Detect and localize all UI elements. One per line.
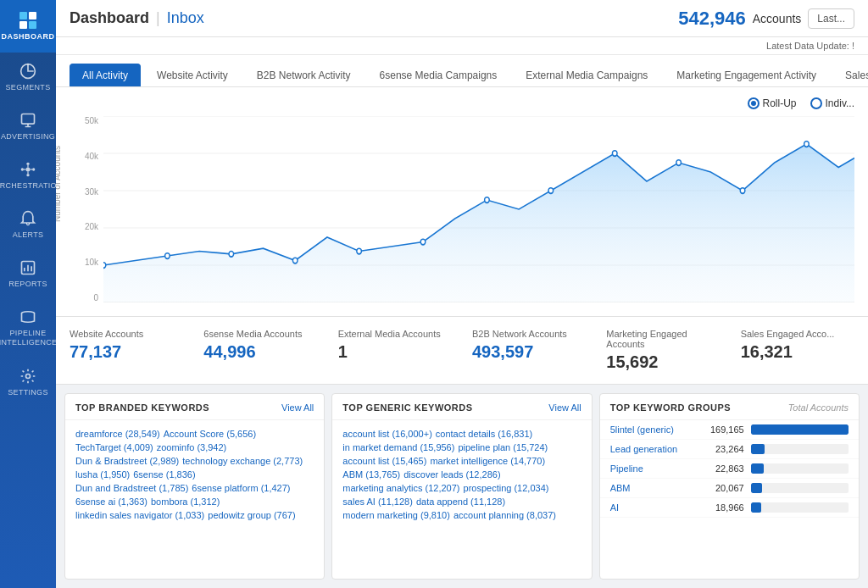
sidebar-item-reports[interactable]: REPORTS: [0, 249, 56, 298]
segments-icon: [19, 63, 36, 80]
svg-point-33: [804, 141, 810, 147]
keyword-groups-panel: TOP KEYWORD GROUPS Total Accounts 5linte…: [599, 393, 860, 580]
tab-all-activity[interactable]: All Activity: [70, 64, 141, 86]
stat-b2b-value: 493,597: [472, 342, 586, 362]
header: Dashboard | Inbox 542,946 Accounts Last.…: [56, 0, 868, 37]
generic-keyword-tag[interactable]: prospecting (12,034): [464, 483, 549, 493]
generic-keyword-tag[interactable]: modern marketing (9,810): [342, 510, 450, 520]
sidebar-reports-label: REPORTS: [8, 280, 47, 288]
tab-b2b-network[interactable]: B2B Network Activity: [244, 64, 364, 86]
keyword-group-name[interactable]: ABM: [610, 483, 695, 493]
keyword-group-row: 5lintel (generic) 169,165: [600, 420, 859, 440]
keyword-groups-title: TOP KEYWORD GROUPS: [610, 402, 731, 413]
keyword-group-row: AI 18,966: [600, 498, 859, 518]
y-label-30k: 30k: [73, 187, 98, 197]
stat-website-value: 77,137: [70, 342, 183, 362]
keyword-group-bar: [751, 502, 762, 513]
generic-keyword-tag[interactable]: account list (15,465): [342, 456, 426, 466]
branded-keyword-tag[interactable]: pedowitz group (767): [208, 510, 295, 520]
header-separator: |: [156, 9, 160, 27]
branded-keywords-panel: TOP BRANDED KEYWORDS View All dreamforce…: [64, 393, 325, 580]
generic-keywords-view-all[interactable]: View All: [548, 402, 581, 413]
keyword-group-name[interactable]: AI: [610, 502, 695, 513]
sidebar-logo[interactable]: DASHBOARD: [0, 0, 56, 53]
individual-radio[interactable]: Indiv...: [810, 97, 854, 109]
sidebar-advertising-label: ADVERTISING: [1, 132, 55, 141]
sidebar-item-advertising[interactable]: ADVERTISING: [0, 102, 56, 151]
branded-keyword-tag[interactable]: Account Score (5,656): [164, 429, 256, 439]
logo-icon: [19, 12, 36, 29]
svg-point-22: [103, 263, 106, 269]
svg-point-26: [357, 248, 362, 254]
branded-keyword-tag[interactable]: 6sense platform (1,427): [192, 483, 290, 493]
keyword-group-bar-container: [751, 424, 849, 435]
svg-point-31: [676, 160, 682, 166]
branded-keyword-tag[interactable]: zoominfo (3,942): [157, 442, 227, 452]
sidebar-item-settings[interactable]: SETTINGS: [0, 358, 56, 407]
generic-keyword-tag[interactable]: pipeline plan (15,724): [458, 442, 548, 452]
branded-keyword-tag[interactable]: bombora (1,312): [151, 496, 220, 507]
sidebar-orchestration-label: ORCHESTRATION: [0, 181, 63, 190]
stat-sales-accounts: Sales Engaged Acco... 16,321: [741, 329, 854, 372]
branded-keyword-tag[interactable]: 6sense ai (1,363): [75, 496, 147, 507]
svg-point-28: [485, 197, 490, 203]
sidebar: DASHBOARD SEGMENTS ADVERTISING ORCHESTRA…: [0, 0, 56, 588]
generic-keyword-tag[interactable]: in market demand (15,956): [342, 442, 454, 452]
tab-website-activity[interactable]: Website Activity: [144, 64, 241, 86]
keyword-group-count: 22,863: [702, 463, 744, 474]
tab-sales-engagement[interactable]: Sales Engagement Activi...: [832, 64, 868, 86]
generic-keyword-tag[interactable]: discover leads (12,286): [403, 469, 500, 480]
generic-keyword-tag[interactable]: sales AI (11,128): [342, 496, 413, 507]
generic-keywords-body: account list (16,000+)contact details (1…: [332, 420, 591, 579]
generic-keyword-tag[interactable]: data append (11,128): [416, 496, 505, 507]
branded-keyword-tag[interactable]: dreamforce (28,549): [75, 429, 160, 439]
sidebar-item-orchestration[interactable]: ORCHESTRATION: [0, 151, 56, 200]
keyword-group-name[interactable]: Pipeline: [610, 463, 695, 474]
individual-radio-indicator: [810, 97, 822, 109]
svg-point-32: [740, 188, 745, 194]
keyword-group-count: 23,264: [702, 444, 744, 454]
accounts-button[interactable]: Last...: [808, 8, 854, 29]
tab-marketing-engagement[interactable]: Marketing Engagement Activity: [664, 64, 829, 86]
header-right: 542,946 Accounts Last...: [678, 8, 854, 30]
header-inbox: Inbox: [167, 9, 204, 27]
rollup-radio[interactable]: Roll-Up: [748, 97, 797, 109]
keyword-group-bar: [751, 483, 763, 493]
keyword-group-bar-container: [751, 444, 849, 454]
keyword-group-bar-container: [751, 502, 849, 513]
stat-sales-label: Sales Engaged Acco...: [741, 329, 854, 339]
branded-keyword-tag[interactable]: linkedin sales navigator (1,033): [75, 510, 204, 520]
generic-keyword-tag[interactable]: marketing analytics (12,207): [342, 483, 459, 493]
chart-svg: Mon Aug 22 Mon Aug 29 Mon Sep 5 Mon Sep …: [103, 116, 854, 302]
keyword-group-bar: [751, 463, 764, 474]
chart-section: Roll-Up Indiv... Number of Accounts 50k …: [56, 87, 868, 317]
keyword-group-name[interactable]: 5lintel (generic): [610, 424, 695, 435]
generic-keyword-tag[interactable]: contact details (16,831): [436, 429, 532, 439]
stat-external-label: External Media Accounts: [338, 329, 452, 339]
branded-keyword-tag[interactable]: TechTarget (4,009): [75, 442, 153, 452]
total-accounts-header: Total Accounts: [788, 402, 849, 413]
generic-keyword-tag[interactable]: market intelligence (14,770): [430, 456, 545, 466]
stat-6sense-accounts: 6sense Media Accounts 44,996: [203, 329, 317, 372]
sidebar-item-pipeline[interactable]: PIPELINE INTELLIGENCE: [0, 298, 56, 358]
branded-keyword-tag[interactable]: technology exchange (2,773): [182, 456, 303, 466]
branded-keyword-tag[interactable]: Dun and Bradstreet (1,785): [75, 483, 188, 493]
keyword-group-row: Lead generation 23,264: [600, 440, 859, 459]
svg-point-30: [612, 151, 617, 157]
sidebar-item-segments[interactable]: SEGMENTS: [0, 53, 56, 102]
generic-keyword-tag[interactable]: account planning (8,037): [453, 510, 556, 520]
tab-external-media[interactable]: External Media Campaigns: [513, 64, 660, 86]
svg-point-6: [26, 174, 29, 176]
keyword-group-count: 169,165: [702, 424, 744, 435]
keyword-group-name[interactable]: Lead generation: [610, 444, 695, 454]
generic-keywords-panel: TOP GENERIC KEYWORDS View All account li…: [331, 393, 592, 580]
branded-keyword-tag[interactable]: lusha (1,950): [75, 469, 130, 480]
tab-6sense-media[interactable]: 6sense Media Campaigns: [367, 64, 510, 86]
generic-keyword-tag[interactable]: account list (16,000+): [342, 429, 431, 439]
generic-keyword-tag[interactable]: ABM (13,765): [342, 469, 400, 480]
branded-keywords-view-all[interactable]: View All: [281, 402, 314, 413]
branded-keyword-tag[interactable]: 6sense (1,836): [133, 469, 195, 480]
keyword-group-bar-container: [751, 463, 849, 474]
branded-keyword-tag[interactable]: Dun & Bradstreet (2,989): [75, 456, 179, 466]
sidebar-item-alerts[interactable]: ALERTS: [0, 200, 56, 249]
